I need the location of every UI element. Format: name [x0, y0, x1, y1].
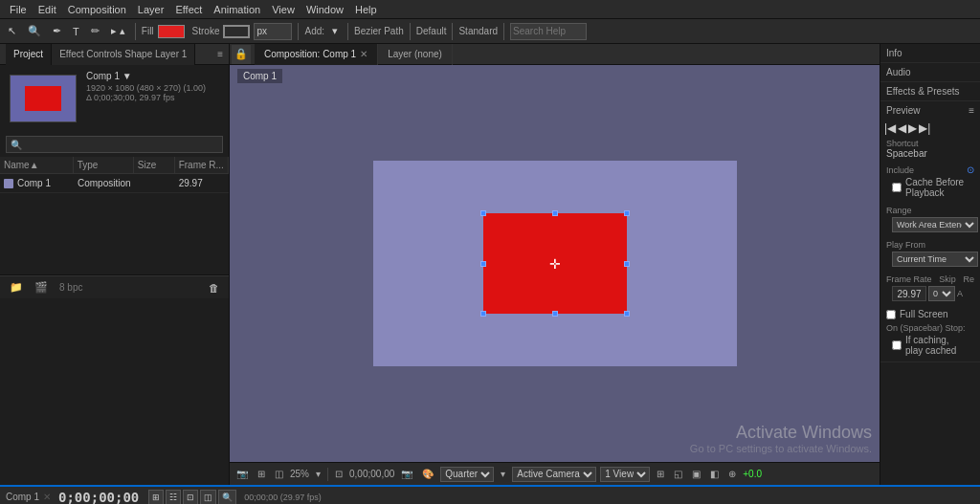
vt-camera-icon[interactable]: 📷 — [398, 469, 415, 479]
tool-text[interactable]: T — [69, 24, 83, 39]
tool-brush[interactable]: ✏ — [87, 23, 103, 39]
comp-breadcrumb[interactable]: Comp 1 — [237, 69, 282, 83]
cache-checkbox[interactable] — [892, 183, 902, 192]
tool-pen[interactable]: ✒ — [49, 23, 65, 39]
section-effects-presets-title[interactable]: Effects & Presets — [880, 82, 980, 100]
range-select[interactable]: Work Area Extended By C — [892, 217, 978, 232]
play-from-select[interactable]: Current Time — [892, 252, 978, 267]
panel-tabs: Project Effect Controls Shape Layer 1 — [6, 44, 195, 65]
bpc-label: 8 bpc — [59, 282, 82, 293]
vt-camera-select[interactable]: Active Camera — [512, 467, 596, 482]
project-preview-thumbnail — [10, 75, 77, 122]
search-input[interactable] — [510, 23, 587, 40]
framerate-row: 0 A — [886, 284, 974, 303]
menu-file[interactable]: File — [4, 4, 33, 15]
row-name: Comp 1 — [0, 176, 74, 190]
menu-window[interactable]: Window — [301, 4, 349, 15]
tool-select[interactable]: ↖ — [4, 23, 20, 39]
fill-color-box[interactable] — [158, 25, 185, 38]
new-comp-btn[interactable]: 🎬 — [31, 279, 52, 296]
if-caching-label: If caching, play cached — [905, 335, 969, 356]
menu-layer[interactable]: Layer — [132, 4, 170, 15]
handle-br[interactable] — [624, 311, 630, 317]
timeline-fps-info: 00;00;00 (29.97 fps) — [244, 493, 322, 502]
vt-grid[interactable]: ⊞ — [255, 469, 268, 479]
tab-composition[interactable]: Composition: Comp 1 ✕ — [255, 44, 378, 65]
table-header: Name ▲ Type Size Frame R... — [0, 157, 229, 174]
lock-btn[interactable]: 🔒 — [232, 45, 251, 64]
stroke-width-input[interactable] — [254, 23, 292, 40]
menu-animation[interactable]: Animation — [208, 4, 266, 15]
vt-snapshot[interactable]: 📷 — [234, 469, 251, 479]
vt-toggle1[interactable]: ⊞ — [654, 469, 667, 479]
prev-first-btn[interactable]: |◀ — [884, 121, 896, 135]
menu-help[interactable]: Help — [349, 4, 383, 15]
vt-green-value: +0.0 — [743, 469, 762, 479]
section-info: Info — [880, 44, 980, 63]
handle-tr[interactable] — [624, 210, 630, 216]
new-folder-btn[interactable]: 📁 — [6, 279, 27, 296]
handle-tl[interactable] — [480, 210, 486, 216]
vt-toggle4[interactable]: ◧ — [707, 469, 722, 479]
section-info-title[interactable]: Info — [880, 44, 980, 62]
prev-play-btn[interactable]: ▶ — [908, 121, 917, 135]
vt-color-picker[interactable]: 🎨 — [419, 469, 436, 479]
timeline-tab[interactable]: Comp 1 — [6, 492, 39, 502]
handle-tm[interactable] — [552, 210, 558, 216]
prev-back-btn[interactable]: ◀ — [898, 121, 906, 135]
vt-quality-btn[interactable]: ▾ — [498, 469, 508, 479]
canvas-area: ✛ — [373, 161, 737, 366]
red-rect-shape[interactable]: ✛ — [483, 213, 627, 314]
vt-toggle2[interactable]: ◱ — [671, 469, 685, 479]
handle-bm[interactable] — [552, 311, 558, 317]
on-spacebar-label: On (Spacebar) Stop: — [886, 323, 974, 333]
tl-btn4[interactable]: ◫ — [200, 490, 216, 505]
menu-effect[interactable]: Effect — [169, 4, 208, 15]
include-icon[interactable]: ⊙ — [967, 164, 974, 175]
tl-btn1[interactable]: ⊞ — [148, 490, 164, 505]
vt-toggle5[interactable]: ⊕ — [725, 469, 739, 479]
vt-views-select[interactable]: 1 View — [600, 467, 650, 482]
tl-btn2[interactable]: ☷ — [166, 490, 181, 505]
prev-forward-btn[interactable]: ▶| — [919, 121, 930, 135]
handle-bl[interactable] — [480, 311, 486, 317]
vt-transparency[interactable]: ◫ — [272, 469, 286, 479]
menu-view[interactable]: View — [266, 4, 301, 15]
handle-ml[interactable] — [480, 261, 486, 267]
vt-fit[interactable]: ⊡ — [332, 469, 345, 479]
tl-btn3[interactable]: ⊡ — [183, 490, 198, 505]
comp-name[interactable]: Comp 1 ▼ — [86, 71, 221, 81]
shortcut-value: Spacebar — [886, 148, 974, 159]
tab-layer[interactable]: Layer (none) — [378, 44, 453, 65]
if-caching-checkbox[interactable] — [892, 340, 902, 350]
preview-menu-icon[interactable]: ≡ — [969, 105, 974, 116]
menu-edit[interactable]: Edit — [33, 4, 62, 15]
handle-mr[interactable] — [624, 261, 630, 267]
comp-tab-close[interactable]: ✕ — [360, 49, 368, 59]
timeline-close[interactable]: ✕ — [43, 492, 51, 502]
section-audio-title[interactable]: Audio — [880, 63, 980, 81]
activate-windows-watermark: Activate Windows Go to PC settings to ac… — [690, 423, 872, 454]
tool-search[interactable]: 🔍 — [24, 23, 45, 39]
table-row[interactable]: Comp 1 Composition 29.97 — [0, 174, 229, 193]
tool-more[interactable]: ▸ ▴ — [107, 23, 129, 39]
aw-title: Activate Windows — [690, 423, 872, 443]
timeline-timecode[interactable]: 0;00;00;00 — [58, 490, 139, 505]
project-search-input[interactable] — [6, 136, 223, 153]
vt-toggle3[interactable]: ▣ — [689, 469, 703, 479]
panel-menu-btn[interactable]: ≡ — [217, 49, 223, 59]
tl-btn5[interactable]: 🔍 — [218, 490, 236, 505]
menu-composition[interactable]: Composition — [62, 4, 132, 15]
delete-btn[interactable]: 🗑 — [205, 280, 223, 296]
tab-project[interactable]: Project — [6, 44, 52, 65]
framerate-input[interactable] — [892, 286, 926, 301]
stroke-color-box[interactable] — [223, 25, 250, 38]
skip-select[interactable]: 0 — [928, 286, 955, 301]
tab-effect-controls[interactable]: Effect Controls Shape Layer 1 — [52, 44, 195, 65]
include-section: Include ⊙ Cache Before Playback — [880, 163, 980, 204]
section-preview-title[interactable]: Preview ≡ — [880, 101, 980, 120]
vt-quality-select[interactable]: Quarter — [440, 467, 494, 482]
vt-zoom-down[interactable]: ▾ — [313, 469, 323, 479]
full-screen-checkbox[interactable] — [886, 310, 896, 319]
add-dropdown[interactable]: ▾ — [328, 23, 342, 39]
